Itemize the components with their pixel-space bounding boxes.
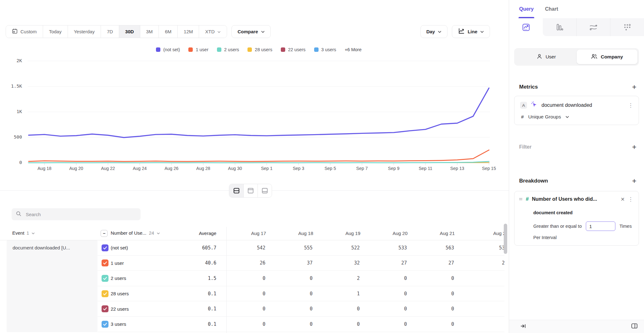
- panel-tabs: Query Chart: [509, 0, 644, 18]
- chart-type-dropdown[interactable]: Line: [452, 25, 490, 38]
- times-label: Times: [619, 224, 632, 229]
- table-row[interactable]: 2 users1.5002000: [97, 271, 504, 286]
- calendar-icon: [12, 28, 18, 35]
- table-scrollbar[interactable]: [504, 224, 507, 254]
- table-row[interactable]: 1 user40.6263732272727: [97, 256, 504, 271]
- group-count: 24: [149, 230, 154, 236]
- per-interval-label[interactable]: Per Interval: [533, 235, 634, 240]
- breakdown-kebab-icon[interactable]: ⋮: [628, 197, 634, 202]
- compare-button[interactable]: Compare: [231, 25, 270, 38]
- metric-kebab-icon[interactable]: ⋮: [628, 103, 634, 108]
- drag-handle-icon[interactable]: [519, 196, 523, 202]
- row-checkbox[interactable]: [97, 275, 111, 282]
- group-column-header[interactable]: Number of Use... 24: [111, 230, 160, 236]
- legend-item[interactable]: 2 users: [217, 47, 239, 52]
- chart-type-grid-button[interactable]: [610, 18, 644, 36]
- metric-aggregation[interactable]: # Unique Groups: [520, 114, 634, 120]
- scope-user-button[interactable]: User: [516, 50, 577, 64]
- range-today[interactable]: Today: [43, 25, 68, 38]
- date-column-headers: Aug 17Aug 18Aug 19Aug 20Aug 21Aug 22: [227, 231, 504, 236]
- date-column-header[interactable]: Aug 18: [274, 231, 321, 236]
- legend-item[interactable]: 3 users: [314, 47, 336, 52]
- date-column-header[interactable]: Aug 17: [227, 231, 274, 236]
- x-tick-label: Sep 7: [348, 166, 376, 171]
- breakdown-event[interactable]: document created: [533, 210, 634, 215]
- threshold-input[interactable]: [586, 221, 615, 231]
- chart-type-label: Line: [468, 29, 477, 34]
- range-7d[interactable]: 7D: [101, 25, 119, 38]
- line-chart[interactable]: [28, 60, 490, 166]
- legend-item[interactable]: 22 users: [281, 47, 306, 52]
- condition-label[interactable]: Greater than or equal to: [533, 224, 582, 229]
- split-view-icon[interactable]: [631, 323, 638, 330]
- toolbar-right: Day Line: [420, 25, 490, 38]
- add-metric-button[interactable]: +: [632, 83, 636, 91]
- row-value: 0: [274, 306, 321, 312]
- chart-type-line-button[interactable]: [509, 18, 543, 36]
- legend-swatch: [188, 47, 193, 52]
- row-value: 1: [321, 291, 368, 297]
- collapse-panel-icon[interactable]: [520, 324, 526, 330]
- table-row[interactable]: 3 users0.1000000: [97, 317, 504, 332]
- date-column-header[interactable]: Aug 19: [321, 231, 369, 236]
- scope-company-button[interactable]: Company: [577, 50, 638, 64]
- search-input[interactable]: [25, 211, 136, 217]
- layout-table-only-button[interactable]: [258, 184, 272, 197]
- layout-chart-only-button[interactable]: [243, 184, 258, 197]
- layout-split-button[interactable]: [229, 184, 243, 197]
- y-tick-label: 500: [3, 134, 22, 139]
- row-checkbox[interactable]: [97, 321, 111, 328]
- metric-event-name[interactable]: document downloaded: [541, 102, 624, 108]
- row-checkbox[interactable]: [97, 244, 111, 251]
- range-30d[interactable]: 30D: [119, 25, 140, 38]
- date-range-group: CustomTodayYesterday7D30D3M6M12MXTD: [6, 25, 227, 38]
- x-tick-label: Sep 3: [284, 166, 313, 171]
- range-12m[interactable]: 12M: [177, 25, 199, 38]
- row-checkbox[interactable]: [97, 290, 111, 297]
- add-breakdown-button[interactable]: +: [632, 177, 636, 185]
- legend-item[interactable]: (not set): [156, 47, 180, 52]
- search-box[interactable]: [12, 208, 141, 220]
- search-icon: [16, 211, 21, 218]
- chevron-down-icon: [480, 29, 484, 34]
- chart-type-strip-inactive: [543, 18, 644, 36]
- row-value: 37: [274, 260, 321, 266]
- legend-item[interactable]: 28 users: [247, 47, 272, 52]
- interval-dropdown[interactable]: Day: [420, 25, 448, 38]
- table-row[interactable]: 28 users0.1001000: [97, 286, 504, 302]
- panel-footer: [509, 320, 644, 333]
- table-row[interactable]: (not set)605.7542555522533563538: [97, 240, 504, 256]
- select-all-checkbox[interactable]: −: [101, 230, 108, 237]
- add-filter-button[interactable]: +: [632, 143, 636, 151]
- event-item-cell[interactable]: document downloaded [U...: [7, 240, 97, 332]
- chevron-down-icon: [31, 230, 35, 236]
- x-tick-label: Aug 30: [221, 166, 249, 171]
- row-checkbox[interactable]: [97, 259, 111, 266]
- range-6m[interactable]: 6M: [158, 25, 177, 38]
- tab-query[interactable]: Query: [519, 0, 534, 18]
- legend-item[interactable]: 1 user: [188, 47, 208, 52]
- range-yesterday[interactable]: Yesterday: [68, 25, 101, 38]
- metric-card[interactable]: A document downloaded ⋮ # Unique Groups: [514, 96, 639, 125]
- breakdown-card[interactable]: # Number of Users who did... ✕ ⋮ documen…: [514, 191, 639, 246]
- legend-swatch: [247, 47, 252, 52]
- event-spark-icon: [531, 101, 538, 109]
- date-column-header[interactable]: Aug 21: [416, 231, 463, 236]
- average-column-header[interactable]: Average: [183, 231, 216, 236]
- close-icon[interactable]: ✕: [621, 196, 625, 202]
- aggregation-label: Unique Groups: [528, 114, 561, 120]
- row-checkbox[interactable]: [97, 305, 111, 312]
- range-xtd[interactable]: XTD: [199, 25, 227, 38]
- range-3m[interactable]: 3M: [140, 25, 159, 38]
- metric-badge: A: [520, 102, 527, 109]
- event-column-header[interactable]: Event 1: [12, 230, 35, 236]
- range-custom[interactable]: Custom: [6, 25, 43, 38]
- date-column-header[interactable]: Aug 20: [369, 231, 416, 236]
- table-row[interactable]: 22 users0.1000000: [97, 301, 504, 317]
- chart-type-bar-button[interactable]: [543, 18, 576, 36]
- tab-chart[interactable]: Chart: [545, 0, 558, 18]
- chevron-down-icon: [217, 29, 221, 34]
- date-column-header[interactable]: Aug 22: [463, 231, 504, 236]
- chart-type-flow-button[interactable]: [576, 18, 610, 36]
- legend-more[interactable]: +6 More: [345, 47, 362, 52]
